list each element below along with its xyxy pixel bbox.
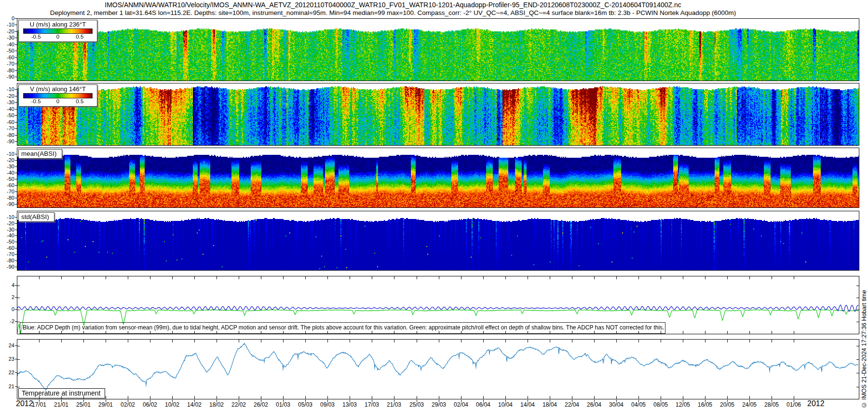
x-tick-label: 17/01 [28, 401, 50, 408]
x-tick-mark [283, 400, 284, 402]
x-tick-mark [683, 400, 683, 402]
y-tick-label: -20 [7, 93, 14, 99]
x-tick-mark [550, 400, 550, 402]
y-tick-mark [15, 223, 17, 224]
x-tick-label: 24/05 [738, 401, 760, 408]
x-tick-label: 22/04 [561, 401, 583, 408]
x-tick-label: 28/05 [760, 401, 783, 408]
v-colorbar-title: V (m/s) along 146°T [19, 85, 97, 93]
y-tick-label: -80 [7, 132, 14, 138]
y-tick-mark [15, 260, 17, 261]
temperature-plot [17, 340, 859, 399]
y-tick-label: -40 [7, 106, 14, 112]
x-tick-label: 30/04 [605, 401, 627, 408]
v-colorbar-gradient [23, 93, 93, 98]
panel-depth-variation: Blue: ADCP Depth (m) variation from sens… [17, 276, 859, 334]
y-axis-labels: -10-20-30-40-50-60-70-80-90 [0, 211, 14, 271]
x-tick-label: 16/05 [694, 401, 716, 408]
y-tick-mark [15, 89, 17, 90]
x-tick-label: 10/04 [494, 401, 516, 408]
x-tick-mark [483, 400, 484, 402]
y-tick-label: -10 [7, 22, 14, 27]
y-tick-mark [15, 135, 17, 136]
x-tick-mark [772, 400, 772, 402]
u-colorbar-tick: 0.5 [76, 34, 83, 40]
u-colorbar-gradient [23, 28, 93, 34]
y-tick-mark [15, 128, 17, 129]
y-tick-label: -70 [7, 251, 14, 257]
y-tick-mark [15, 267, 17, 267]
y-tick-label: -90 [7, 201, 14, 207]
x-tick-label: 10/02 [161, 401, 183, 408]
x-tick-label: 09/03 [316, 401, 339, 408]
y-tick-label: -30 [7, 164, 14, 169]
y-tick-mark [15, 198, 17, 198]
x-tick-label: 14/02 [183, 401, 205, 408]
y-tick-mark [15, 285, 17, 286]
y-tick-label: -10 [7, 86, 14, 92]
y-tick-mark [15, 321, 17, 322]
y-tick-mark [15, 115, 17, 116]
x-tick-mark [61, 400, 62, 402]
x-tick-mark [172, 400, 173, 402]
y-tick-label: 0 [12, 15, 14, 21]
y-tick-label: 21 [9, 383, 14, 389]
x-tick-mark [616, 400, 617, 402]
y-tick-label: -70 [7, 125, 14, 131]
y-tick-label: -20 [7, 28, 14, 34]
y-tick-label: -50 [7, 239, 14, 245]
y-tick-label: -90 [7, 138, 14, 144]
x-tick-mark [749, 400, 750, 402]
y-tick-label: -70 [7, 61, 14, 67]
v-colorbar-tick: -0.5 [31, 98, 41, 104]
y-tick-mark [15, 254, 17, 255]
y-tick-mark [15, 166, 17, 167]
u-colorbar-tick: -0.5 [31, 34, 41, 40]
y-tick-mark [15, 185, 17, 186]
y-axis-labels: 420-2 [0, 276, 14, 334]
x-tick-mark [638, 400, 639, 402]
y-tick-label: -20 [7, 157, 14, 163]
x-tick-label: 13/03 [339, 401, 361, 408]
x-tick-mark [194, 400, 195, 402]
x-tick-mark [261, 400, 261, 402]
y-tick-mark [15, 102, 17, 103]
y-axis-labels: 0-10-20-30-40-50-60-70-80-90 [0, 18, 14, 81]
y-tick-mark [15, 372, 17, 373]
x-tick-label: 29/01 [95, 401, 117, 408]
u-colorbar-box: U (m/s) along 236°T -0.5 0 0.5 [18, 20, 97, 42]
y-tick-mark [15, 160, 17, 161]
y-tick-label: -10 [7, 214, 14, 220]
y-tick-mark [15, 309, 17, 310]
y-tick-mark [15, 359, 17, 359]
v-velocity-heatmap [17, 83, 859, 145]
y-axis-labels: -10-20-30-40-50-60-70-80-90 [0, 83, 14, 146]
y-tick-label: -40 [7, 232, 14, 238]
y-tick-label: 23 [9, 356, 14, 362]
y-tick-label: -50 [7, 48, 14, 54]
y-tick-mark [15, 141, 17, 142]
y-tick-mark [15, 191, 17, 192]
x-tick-label: 06/02 [139, 401, 161, 408]
x-tick-mark [83, 400, 84, 402]
u-colorbar-title: U (m/s) along 236°T [19, 20, 97, 28]
y-tick-label: -60 [7, 55, 14, 60]
x-tick-label: 08/05 [650, 401, 672, 408]
y-tick-mark [15, 31, 17, 32]
x-tick-mark [794, 400, 794, 402]
x-tick-label: 20/05 [716, 401, 738, 408]
x-tick-mark [350, 400, 350, 402]
y-tick-mark [15, 230, 17, 230]
y-tick-label: -30 [7, 227, 14, 232]
y-tick-label: -80 [7, 258, 14, 263]
x-tick-label: 17/03 [361, 401, 383, 408]
x-tick-mark [327, 400, 328, 402]
y-tick-label: -90 [7, 74, 14, 80]
x-tick-mark [727, 400, 728, 402]
y-axis-labels: -10-20-30-40-50-60-70-80-90 [0, 148, 14, 208]
figure: IMOS/ANMN/WA/WATR10/Velocity/IMOS_ANMN-W… [0, 0, 868, 410]
x-tick-mark [505, 400, 506, 402]
v-colorbar-box: V (m/s) along 146°T -0.5 0 0.5 [18, 84, 97, 107]
std-absi-heatmap [17, 211, 859, 270]
x-tick-mark [461, 400, 461, 402]
